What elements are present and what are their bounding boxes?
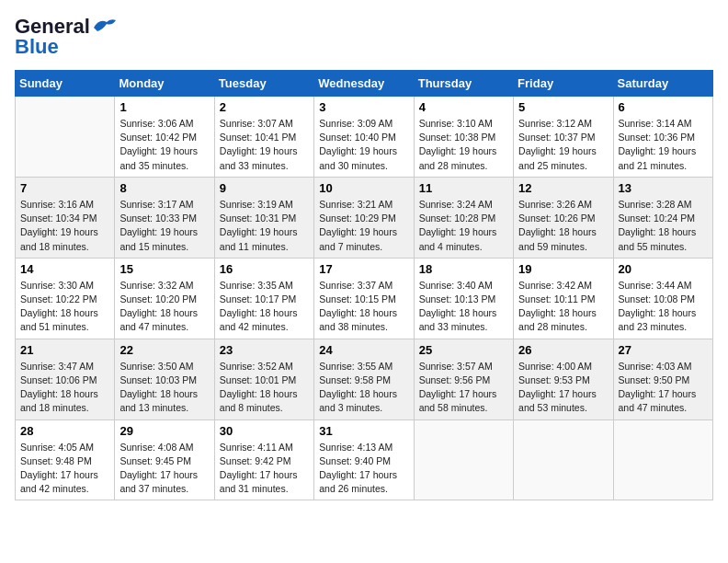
cell-info: Sunrise: 3:44 AMSunset: 10:08 PMDaylight… (619, 279, 708, 335)
cell-info: Sunrise: 4:00 AMSunset: 9:53 PMDaylight:… (518, 360, 608, 416)
calendar-cell: 19Sunrise: 3:42 AMSunset: 10:11 PMDaylig… (514, 258, 613, 339)
calendar-cell: 24Sunrise: 3:55 AMSunset: 9:58 PMDayligh… (314, 339, 414, 419)
day-number: 12 (518, 181, 608, 195)
day-number: 26 (518, 343, 608, 357)
day-number: 23 (220, 343, 309, 357)
page-header: General Blue (15, 15, 713, 59)
day-number: 21 (20, 343, 109, 357)
day-number: 11 (419, 181, 508, 195)
calendar-cell: 2Sunrise: 3:07 AMSunset: 10:41 PMDayligh… (214, 97, 313, 178)
calendar-cell: 11Sunrise: 3:24 AMSunset: 10:28 PMDaylig… (414, 177, 513, 258)
cell-info: Sunrise: 3:10 AMSunset: 10:38 PMDaylight… (419, 117, 508, 173)
day-number: 3 (319, 100, 408, 114)
cell-info: Sunrise: 3:37 AMSunset: 10:15 PMDaylight… (319, 279, 408, 335)
day-number: 25 (419, 343, 508, 357)
calendar-week-row: 7Sunrise: 3:16 AMSunset: 10:34 PMDayligh… (16, 177, 713, 258)
cell-info: Sunrise: 3:07 AMSunset: 10:41 PMDaylight… (220, 117, 309, 173)
cell-info: Sunrise: 3:30 AMSunset: 10:22 PMDaylight… (20, 279, 109, 335)
column-header-saturday: Saturday (613, 71, 712, 97)
calendar-cell: 3Sunrise: 3:09 AMSunset: 10:40 PMDayligh… (314, 97, 414, 178)
cell-info: Sunrise: 3:28 AMSunset: 10:24 PMDaylight… (619, 198, 708, 254)
column-header-tuesday: Tuesday (214, 71, 313, 97)
calendar-cell: 18Sunrise: 3:40 AMSunset: 10:13 PMDaylig… (414, 258, 513, 339)
calendar-cell: 27Sunrise: 4:03 AMSunset: 9:50 PMDayligh… (613, 339, 712, 419)
logo: General Blue (15, 15, 118, 59)
cell-info: Sunrise: 3:40 AMSunset: 10:13 PMDaylight… (419, 279, 508, 335)
cell-info: Sunrise: 4:05 AMSunset: 9:48 PMDaylight:… (20, 441, 109, 497)
calendar-week-row: 21Sunrise: 3:47 AMSunset: 10:06 PMDaylig… (16, 339, 713, 419)
cell-info: Sunrise: 3:21 AMSunset: 10:29 PMDaylight… (319, 198, 408, 254)
calendar-cell: 9Sunrise: 3:19 AMSunset: 10:31 PMDayligh… (214, 177, 313, 258)
day-number: 19 (518, 262, 608, 276)
column-header-sunday: Sunday (16, 71, 115, 97)
day-number: 18 (419, 262, 508, 276)
calendar-cell: 31Sunrise: 4:13 AMSunset: 9:40 PMDayligh… (314, 419, 414, 500)
cell-info: Sunrise: 3:09 AMSunset: 10:40 PMDaylight… (319, 117, 408, 173)
day-number: 9 (220, 181, 309, 195)
day-number: 7 (20, 181, 109, 195)
calendar-cell: 14Sunrise: 3:30 AMSunset: 10:22 PMDaylig… (16, 258, 115, 339)
column-header-thursday: Thursday (414, 71, 513, 97)
logo-blue: Blue (15, 35, 59, 59)
calendar-cell: 8Sunrise: 3:17 AMSunset: 10:33 PMDayligh… (115, 177, 214, 258)
cell-info: Sunrise: 3:19 AMSunset: 10:31 PMDaylight… (220, 198, 309, 254)
day-number: 17 (319, 262, 408, 276)
column-header-friday: Friday (514, 71, 613, 97)
calendar-cell: 29Sunrise: 4:08 AMSunset: 9:45 PMDayligh… (115, 419, 214, 500)
calendar-cell: 4Sunrise: 3:10 AMSunset: 10:38 PMDayligh… (414, 97, 513, 178)
calendar-cell (414, 419, 513, 500)
cell-info: Sunrise: 3:17 AMSunset: 10:33 PMDaylight… (119, 198, 209, 254)
cell-info: Sunrise: 3:52 AMSunset: 10:01 PMDaylight… (220, 360, 309, 416)
cell-info: Sunrise: 3:06 AMSunset: 10:42 PMDaylight… (119, 117, 209, 173)
cell-info: Sunrise: 4:13 AMSunset: 9:40 PMDaylight:… (319, 441, 408, 497)
calendar-cell (514, 419, 613, 500)
calendar-cell: 21Sunrise: 3:47 AMSunset: 10:06 PMDaylig… (16, 339, 115, 419)
day-number: 8 (119, 181, 209, 195)
day-number: 4 (419, 100, 508, 114)
day-number: 29 (119, 424, 209, 438)
day-number: 31 (319, 424, 408, 438)
day-number: 2 (220, 100, 309, 114)
calendar-cell: 17Sunrise: 3:37 AMSunset: 10:15 PMDaylig… (314, 258, 414, 339)
cell-info: Sunrise: 3:35 AMSunset: 10:17 PMDaylight… (220, 279, 309, 335)
cell-info: Sunrise: 3:42 AMSunset: 10:11 PMDaylight… (518, 279, 608, 335)
calendar-cell: 16Sunrise: 3:35 AMSunset: 10:17 PMDaylig… (214, 258, 313, 339)
calendar-cell: 15Sunrise: 3:32 AMSunset: 10:20 PMDaylig… (115, 258, 214, 339)
calendar-table: SundayMondayTuesdayWednesdayThursdayFrid… (15, 70, 713, 500)
day-number: 15 (119, 262, 209, 276)
logo-bird-icon (92, 17, 118, 37)
day-number: 30 (220, 424, 309, 438)
calendar-cell: 30Sunrise: 4:11 AMSunset: 9:42 PMDayligh… (214, 419, 313, 500)
day-number: 20 (619, 262, 708, 276)
cell-info: Sunrise: 3:12 AMSunset: 10:37 PMDaylight… (518, 117, 608, 173)
calendar-cell: 5Sunrise: 3:12 AMSunset: 10:37 PMDayligh… (514, 97, 613, 178)
calendar-week-row: 14Sunrise: 3:30 AMSunset: 10:22 PMDaylig… (16, 258, 713, 339)
calendar-cell (16, 97, 115, 178)
calendar-cell: 25Sunrise: 3:57 AMSunset: 9:56 PMDayligh… (414, 339, 513, 419)
cell-info: Sunrise: 3:24 AMSunset: 10:28 PMDaylight… (419, 198, 508, 254)
cell-info: Sunrise: 3:55 AMSunset: 9:58 PMDaylight:… (319, 360, 408, 416)
calendar-cell: 13Sunrise: 3:28 AMSunset: 10:24 PMDaylig… (613, 177, 712, 258)
cell-info: Sunrise: 4:08 AMSunset: 9:45 PMDaylight:… (119, 441, 209, 497)
calendar-cell: 28Sunrise: 4:05 AMSunset: 9:48 PMDayligh… (16, 419, 115, 500)
calendar-header-row: SundayMondayTuesdayWednesdayThursdayFrid… (16, 71, 713, 97)
day-number: 16 (220, 262, 309, 276)
cell-info: Sunrise: 3:47 AMSunset: 10:06 PMDaylight… (20, 360, 109, 416)
calendar-week-row: 28Sunrise: 4:05 AMSunset: 9:48 PMDayligh… (16, 419, 713, 500)
column-header-wednesday: Wednesday (314, 71, 414, 97)
calendar-cell: 1Sunrise: 3:06 AMSunset: 10:42 PMDayligh… (115, 97, 214, 178)
cell-info: Sunrise: 3:14 AMSunset: 10:36 PMDaylight… (619, 117, 708, 173)
day-number: 22 (119, 343, 209, 357)
day-number: 10 (319, 181, 408, 195)
calendar-cell: 23Sunrise: 3:52 AMSunset: 10:01 PMDaylig… (214, 339, 313, 419)
day-number: 13 (619, 181, 708, 195)
calendar-cell: 22Sunrise: 3:50 AMSunset: 10:03 PMDaylig… (115, 339, 214, 419)
column-header-monday: Monday (115, 71, 214, 97)
cell-info: Sunrise: 3:16 AMSunset: 10:34 PMDaylight… (20, 198, 109, 254)
cell-info: Sunrise: 3:32 AMSunset: 10:20 PMDaylight… (119, 279, 209, 335)
cell-info: Sunrise: 3:57 AMSunset: 9:56 PMDaylight:… (419, 360, 508, 416)
day-number: 6 (619, 100, 708, 114)
calendar-cell: 20Sunrise: 3:44 AMSunset: 10:08 PMDaylig… (613, 258, 712, 339)
cell-info: Sunrise: 4:03 AMSunset: 9:50 PMDaylight:… (619, 360, 708, 416)
calendar-cell: 12Sunrise: 3:26 AMSunset: 10:26 PMDaylig… (514, 177, 613, 258)
